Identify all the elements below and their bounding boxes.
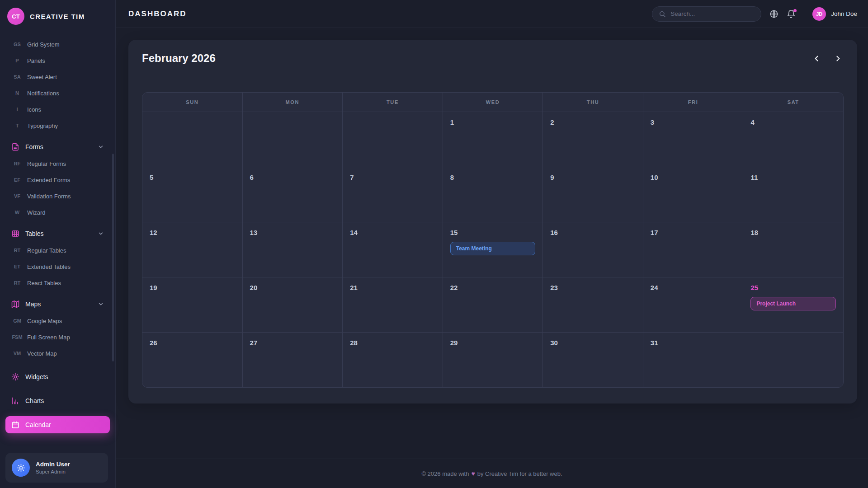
item-initials: GS [9, 42, 25, 47]
calendar-cell-day-13[interactable]: 13 [243, 222, 343, 277]
calendar-cell-day-12[interactable]: 12 [142, 222, 242, 277]
sidebar-item-validation-forms[interactable]: VFValidation Forms [5, 188, 110, 204]
weekday-header-thu: THU [543, 93, 643, 112]
item-initials: VM [9, 351, 25, 356]
sidebar-item-charts[interactable]: Charts [5, 392, 110, 409]
user-menu[interactable]: JD John Doe [812, 7, 857, 21]
calendar-cell-day-19[interactable]: 19 [142, 277, 242, 332]
calendar-cell-day-5[interactable]: 5 [142, 167, 242, 222]
calendar-cell-day-21[interactable]: 21 [343, 277, 443, 332]
language-globe-button[interactable] [769, 9, 778, 19]
calendar-event-project-launch[interactable]: Project Launch [750, 297, 836, 310]
sidebar-item-typography[interactable]: TTypography [5, 117, 110, 134]
brand[interactable]: CT CREATIVE TIM [0, 0, 115, 33]
item-label: Icons [25, 106, 41, 113]
calendar-cell-day-30[interactable]: 30 [543, 333, 643, 387]
calendar-cell-day-26[interactable]: 26 [142, 333, 242, 387]
calendar-day-number: 25 [750, 284, 836, 291]
sidebar-item-full-screen-map[interactable]: FSMFull Screen Map [5, 329, 110, 345]
calendar-day-number: 11 [750, 174, 836, 181]
sidebar-scrollbar[interactable] [112, 154, 114, 361]
sidebar-item-extended-forms[interactable]: EFExtended Forms [5, 172, 110, 188]
sidebar-nav: GSGrid SystemPPanelsSASweet AlertNNotifi… [0, 33, 115, 433]
calendar-cell-day-11[interactable]: 11 [743, 167, 843, 222]
calendar-cell-day-10[interactable]: 10 [643, 167, 743, 222]
item-initials: EF [9, 177, 25, 183]
calendar-cell-day-2[interactable]: 2 [543, 112, 643, 167]
calendar-event-team-meeting[interactable]: Team Meeting [450, 242, 536, 255]
calendar-cell-day-9[interactable]: 9 [543, 167, 643, 222]
sidebar-item-sweet-alert[interactable]: SASweet Alert [5, 69, 110, 85]
calendar-cell-day-25[interactable]: 25Project Launch [743, 277, 843, 332]
calendar-cell-day-23[interactable]: 23 [543, 277, 643, 332]
weekday-header-wed: WED [443, 93, 543, 112]
calendar-cell-day-7[interactable]: 7 [343, 167, 443, 222]
item-label: Sweet Alert [25, 74, 57, 80]
calendar-cell-day-1[interactable]: 1 [443, 112, 543, 167]
prev-month-button[interactable] [811, 53, 822, 64]
item-initials: P [9, 58, 25, 63]
weekday-header-sat: SAT [743, 93, 843, 112]
calendar-cell-day-18[interactable]: 18 [743, 222, 843, 277]
top-header: DASHBOARD JD John Doe [116, 0, 868, 28]
item-initials: ET [9, 264, 25, 269]
calendar-cell-day-6[interactable]: 6 [243, 167, 343, 222]
search-icon [659, 10, 666, 18]
calendar-day-number: 1 [450, 118, 536, 126]
calendar-cell-day-24[interactable]: 24 [643, 277, 743, 332]
sidebar-item-regular-forms[interactable]: RFRegular Forms [5, 155, 110, 172]
sidebar-item-google-maps[interactable]: GMGoogle Maps [5, 313, 110, 329]
chevron-left-icon [813, 55, 821, 62]
item-initials: T [9, 123, 25, 128]
calendar-grid: SUNMONTUEWEDTHUFRISAT1234567891011121314… [142, 92, 844, 388]
notifications-button[interactable] [787, 9, 796, 19]
item-label: Panels [25, 57, 45, 64]
calendar-cell-day-22[interactable]: 22 [443, 277, 543, 332]
calendar-cell-day-14[interactable]: 14 [343, 222, 443, 277]
footer-text-suffix: by Creative Tim for a better web. [477, 470, 562, 477]
sidebar-item-calendar[interactable]: Calendar [5, 416, 110, 433]
calendar-day-number: 20 [250, 284, 335, 291]
next-month-button[interactable] [832, 53, 844, 64]
item-label: Vector Map [25, 350, 57, 357]
sidebar-item-grid-system[interactable]: GSGrid System [5, 36, 110, 52]
item-label: Extended Forms [25, 177, 70, 183]
brand-initials: CT [12, 13, 19, 20]
calendar-cell-day-20[interactable]: 20 [243, 277, 343, 332]
sidebar-item-icons[interactable]: IIcons [5, 101, 110, 117]
calendar-day-number: 21 [350, 284, 435, 291]
sidebar-item-vector-map[interactable]: VMVector Map [5, 345, 110, 361]
sidebar-item-wizard[interactable]: WWizard [5, 204, 110, 221]
calendar-cell-day-31[interactable]: 31 [643, 333, 743, 387]
sidebar-item-tables[interactable]: Tables [5, 225, 110, 242]
calendar-cell-day-17[interactable]: 17 [643, 222, 743, 277]
calendar-icon [11, 421, 19, 429]
footer-text-prefix: © 2026 made with [421, 470, 469, 477]
calendar-day-number: 24 [651, 284, 736, 291]
calendar-cell-day-15[interactable]: 15Team Meeting [443, 222, 543, 277]
sidebar-item-forms[interactable]: Forms [5, 138, 110, 155]
sidebar-item-extended-tables[interactable]: ETExtended Tables [5, 258, 110, 275]
sidebar-item-panels[interactable]: PPanels [5, 52, 110, 69]
item-initials: GM [9, 318, 25, 324]
sidebar-item-widgets[interactable]: Widgets [5, 368, 110, 385]
sidebar-item-react-tables[interactable]: RTReact Tables [5, 275, 110, 291]
calendar-day-number: 5 [150, 174, 235, 181]
calendar-cell-day-28[interactable]: 28 [343, 333, 443, 387]
calendar-cell-day-16[interactable]: 16 [543, 222, 643, 277]
sidebar-item-maps[interactable]: Maps [5, 296, 110, 313]
avatar-initials: JD [816, 11, 822, 17]
bar-chart-icon [11, 397, 19, 405]
sidebar-user-card[interactable]: Admin User Super Admin [5, 453, 108, 483]
calendar-cell-day-4[interactable]: 4 [743, 112, 843, 167]
sidebar-item-regular-tables[interactable]: RTRegular Tables [5, 242, 110, 258]
sidebar-item-notifications[interactable]: NNotifications [5, 85, 110, 101]
calendar-cell-day-29[interactable]: 29 [443, 333, 543, 387]
calendar-cell-day-3[interactable]: 3 [643, 112, 743, 167]
item-label: Regular Forms [25, 160, 66, 167]
search-input[interactable] [670, 10, 755, 17]
calendar-cell-day-27[interactable]: 27 [243, 333, 343, 387]
calendar-cell-day-8[interactable]: 8 [443, 167, 543, 222]
section-label: Tables [25, 230, 92, 237]
chevron-down-icon [98, 230, 104, 237]
